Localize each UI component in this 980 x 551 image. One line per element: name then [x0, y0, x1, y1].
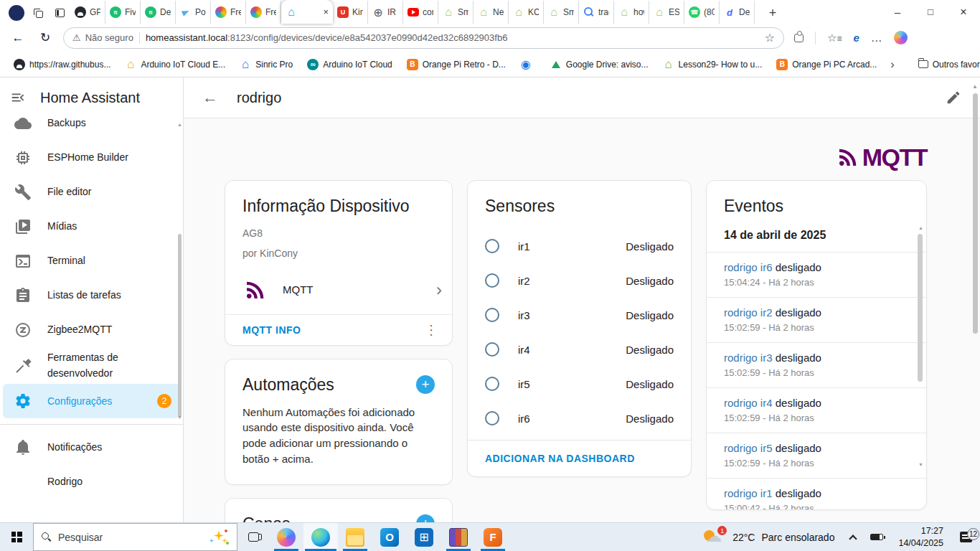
sidebar-item[interactable]: Mídias: [3, 209, 180, 244]
pinned-tab[interactable]: [6, 2, 27, 24]
favorites-list-icon[interactable]: [827, 32, 842, 44]
weather-widget[interactable]: 1 22°C Parc ensolarado: [694, 527, 843, 547]
bookmark-item[interactable]: Orange Pi Retro - D...: [400, 56, 512, 73]
event-entity-link[interactable]: rodrigo ir6: [724, 261, 773, 273]
browser-tab[interactable]: ESP: [649, 1, 684, 24]
browser-tab[interactable]: New: [473, 1, 509, 24]
browser-tab[interactable]: (80): [684, 1, 720, 24]
main-scroll-up-icon[interactable]: [972, 83, 978, 90]
browser-reload-button[interactable]: [36, 30, 55, 45]
browser-tab[interactable]: Dee: [720, 1, 755, 24]
taskbar-search-box[interactable]: Pesquisar: [33, 523, 237, 551]
kebab-menu-icon[interactable]: [420, 322, 442, 338]
main-scrollbar-thumb[interactable]: [973, 93, 978, 334]
browser-tab[interactable]: Free: [246, 1, 281, 24]
bookmark-item[interactable]: https://raw.githubus...: [7, 56, 117, 73]
taskbar-app[interactable]: [407, 523, 441, 551]
sidebar-item[interactable]: Rodrigo: [3, 464, 180, 499]
add-automation-button[interactable]: [416, 375, 435, 394]
sidebar-scroll-down-icon[interactable]: [177, 415, 182, 420]
start-button[interactable]: [0, 523, 33, 551]
sidebar-item[interactable]: Listas de tarefas: [3, 278, 180, 313]
browser-tab[interactable]: Five: [105, 1, 141, 24]
new-tab-button[interactable]: [762, 2, 783, 24]
browser-essentials-icon[interactable]: [853, 32, 859, 44]
events-scrollbar-thumb[interactable]: [918, 234, 923, 382]
event-entity-link[interactable]: rodrigo ir5: [724, 442, 773, 454]
sidebar-item[interactable]: File editor: [3, 175, 180, 209]
browser-tab[interactable]: Pos: [176, 1, 211, 24]
browser-tab[interactable]: Dev: [141, 1, 176, 24]
browser-tab[interactable]: GPI: [70, 1, 105, 24]
back-button[interactable]: [202, 88, 218, 107]
add-scene-button[interactable]: [416, 514, 435, 522]
sidebar-scrollbar-thumb[interactable]: [178, 234, 182, 417]
sensor-row[interactable]: ir5 Desligado: [468, 367, 691, 401]
copilot-icon[interactable]: [894, 31, 908, 44]
favorite-star-icon[interactable]: [765, 31, 775, 44]
event-entity-link[interactable]: rodrigo ir2: [724, 306, 773, 319]
taskbar-app[interactable]: [441, 523, 476, 551]
browser-tab[interactable]: Sma: [544, 1, 579, 24]
browser-tab[interactable]: [281, 0, 333, 24]
browser-tab[interactable]: Free: [211, 1, 246, 24]
add-to-dashboard-button[interactable]: ADICIONAR NA DASHBOARD: [485, 453, 635, 464]
task-view-button[interactable]: [237, 523, 269, 551]
notification-center-button[interactable]: 12: [951, 532, 980, 542]
browser-tab[interactable]: IR S: [368, 1, 403, 24]
event-entity-link[interactable]: rodrigo ir4: [724, 397, 773, 409]
edit-pencil-icon[interactable]: [946, 90, 961, 105]
taskbar-app[interactable]: [372, 523, 407, 551]
taskbar-app[interactable]: [476, 523, 510, 551]
bookmark-item[interactable]: Arduino IoT Cloud E...: [118, 56, 232, 73]
sidebar-item[interactable]: Notificações: [3, 430, 180, 464]
sidebar-item[interactable]: Ferramentas de desenvolvedor: [3, 347, 180, 384]
minimize-button[interactable]: [881, 0, 914, 24]
sensor-row[interactable]: ir4 Desligado: [468, 332, 691, 367]
mqtt-info-button[interactable]: MQTT INFO: [242, 324, 301, 336]
url-omnibox[interactable]: Não seguro homeassistant.local:8123/conf…: [63, 27, 784, 49]
bookmark-item[interactable]: Google Drive: aviso...: [544, 56, 655, 73]
extensions-icon[interactable]: [794, 34, 804, 42]
close-button[interactable]: [947, 0, 980, 24]
browser-tab[interactable]: KinC: [333, 1, 368, 24]
bookmarks-overflow-icon[interactable]: [885, 58, 900, 71]
sidebar-item[interactable]: Terminal: [3, 244, 180, 278]
sensor-row[interactable]: ir1 Desligado: [468, 229, 691, 263]
tab-close-icon[interactable]: [323, 6, 329, 17]
events-scroll-up-icon[interactable]: [918, 225, 923, 230]
bookmark-item[interactable]: Arduino IoT Cloud: [301, 56, 399, 73]
events-scroll-down-icon[interactable]: [918, 462, 923, 467]
event-entity-link[interactable]: rodrigo ir1: [724, 487, 773, 499]
sensor-row[interactable]: ir3 Desligado: [468, 298, 691, 332]
vertical-tabs-button[interactable]: [49, 2, 70, 24]
browser-tab[interactable]: Sma: [438, 1, 473, 24]
browser-back-button[interactable]: [9, 31, 27, 45]
sensor-row[interactable]: ir6 Desligado: [468, 401, 691, 435]
sidebar-item[interactable]: Backups: [3, 106, 180, 141]
workspaces-button[interactable]: [27, 2, 49, 24]
settings-menu-icon[interactable]: [871, 32, 882, 44]
integration-row[interactable]: MQTT: [225, 261, 452, 314]
sidebar-item[interactable]: ESPHome Builder: [3, 141, 180, 175]
bookmark-item[interactable]: Lesson29- How to u...: [656, 56, 769, 73]
taskbar-clock[interactable]: 17:27 14/04/2025: [890, 525, 951, 549]
battery-icon[interactable]: [870, 534, 883, 540]
other-favorites-button[interactable]: Outros favoritos: [912, 57, 980, 72]
menu-toggle-icon[interactable]: [10, 90, 26, 105]
bookmark-item[interactable]: Sinric Pro: [233, 56, 299, 73]
taskbar-app[interactable]: [338, 523, 372, 551]
taskbar-app[interactable]: [269, 523, 303, 551]
sidebar-item[interactable]: Configurações 2: [3, 384, 180, 418]
event-entity-link[interactable]: rodrigo ir3: [724, 352, 773, 364]
security-chip[interactable]: Não seguro: [72, 32, 133, 43]
bookmark-item[interactable]: Orange Pi PC Arcad...: [770, 56, 883, 73]
taskbar-app[interactable]: [303, 523, 338, 551]
browser-tab[interactable]: KC8: [509, 1, 544, 24]
maximize-button[interactable]: [914, 0, 947, 24]
bookmark-item[interactable]: [514, 56, 542, 73]
tray-overflow-chevron-icon[interactable]: [849, 534, 857, 542]
browser-tab[interactable]: how: [614, 1, 649, 24]
sidebar-item[interactable]: Zigbee2MQTT: [3, 313, 180, 347]
browser-tab[interactable]: trac: [579, 1, 614, 24]
